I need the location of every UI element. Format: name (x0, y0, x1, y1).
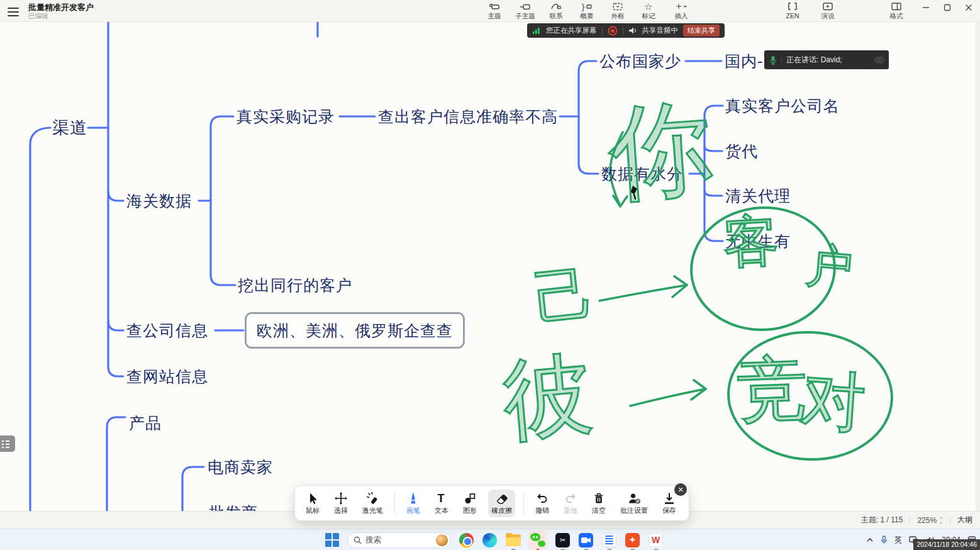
node-company-info[interactable]: 查公司信息 (126, 320, 208, 341)
taskbar-icon-wps[interactable]: W (648, 532, 664, 548)
svg-text:☆: ☆ (644, 1, 652, 12)
text-icon: T (435, 491, 448, 505)
divider (394, 492, 395, 515)
search-highlight-image[interactable] (436, 534, 448, 546)
taskbar-icon-edge[interactable] (482, 532, 498, 548)
pen-cursor-icon (628, 184, 643, 201)
shape-tool[interactable]: 图形 (460, 490, 480, 517)
node-freight-forwarder[interactable]: 货代 (725, 140, 758, 162)
ime-indicator[interactable]: 英 (894, 535, 902, 546)
undo-button[interactable]: 撤销 (532, 490, 552, 517)
save-status: 已编辑 (28, 12, 48, 21)
zen-button[interactable]: ZEN (780, 1, 805, 21)
marker-button[interactable]: ☆ 标记 (636, 1, 661, 21)
divider (781, 56, 782, 64)
relationship-button[interactable]: 联系 (543, 1, 569, 21)
signal-bars-icon (532, 26, 541, 35)
subtopic-button[interactable]: 子主题 (513, 1, 538, 21)
node-product[interactable]: 产品 (129, 412, 162, 434)
outline-panel-toggle[interactable] (0, 435, 15, 452)
format-panel-icon (890, 1, 903, 12)
mouse-tool[interactable]: 鼠标 (303, 490, 323, 517)
topic-button[interactable]: 主题 (482, 1, 507, 21)
search-placeholder: 搜索 (365, 535, 432, 546)
eraser-tool[interactable]: 橡皮擦 (488, 490, 515, 517)
node-low-accuracy[interactable]: 查出客户信息准确率不高 (378, 106, 558, 127)
brush-tool[interactable]: 画笔 (403, 490, 423, 517)
taskbar-icon-notes[interactable] (601, 532, 617, 548)
stop-share-button[interactable]: 结束共享 (683, 25, 720, 36)
node-ecom-sellers[interactable]: 电商卖家 (208, 456, 273, 478)
menu-icon[interactable] (6, 5, 20, 18)
node-fabricated[interactable]: 无中生有 (725, 230, 791, 252)
node-channel[interactable]: 渠道 (52, 117, 87, 138)
meeting-watermark-icon (877, 57, 884, 63)
ink-other-side: 彼 (499, 349, 596, 446)
outline-button[interactable]: 大纲 (957, 515, 972, 525)
divider (950, 517, 950, 524)
zoom-level: 225% (917, 516, 937, 525)
select-tool[interactable]: 选择 (331, 490, 351, 517)
node-purchase-records[interactable]: 真实采购记录 (237, 106, 335, 127)
node-customs-data[interactable]: 海关数据 (126, 190, 192, 211)
canvas-scrollbar[interactable] (976, 22, 980, 511)
node-wholesaler[interactable]: 批发商 (209, 502, 258, 511)
insert-icon (675, 1, 688, 12)
node-few-countries[interactable]: 公布国家少 (599, 50, 681, 72)
close-toolbar-button[interactable]: ✕ (674, 483, 687, 496)
taskbar: 搜索 ✂ ✦ W 英 20:04 (0, 529, 980, 550)
annotation-settings-button[interactable]: 批注设置 (617, 490, 651, 517)
format-button[interactable]: 格式 (884, 1, 909, 21)
node-inflated-data[interactable]: 数据有水分 (601, 163, 683, 184)
tray-mic-icon[interactable] (881, 536, 888, 544)
maximize-button[interactable] (942, 3, 952, 13)
node-clearance-agent[interactable]: 清关代理 (725, 185, 791, 206)
undo-icon (535, 491, 549, 505)
taskbar-icon-wechat[interactable] (528, 530, 547, 549)
record-icon[interactable] (608, 26, 618, 36)
download-icon (662, 491, 676, 505)
ink-competitor-2: 对 (799, 368, 868, 436)
taskbar-icon-orange-app[interactable]: ✦ (625, 532, 640, 548)
svg-text:T: T (438, 492, 445, 505)
zoom-stepper[interactable]: ⌃⌃ (939, 517, 943, 524)
topic-counter: 主题: 1 / 115 (861, 515, 903, 525)
ink-customer-2: 户 (805, 242, 855, 292)
tray-chevron-icon[interactable] (866, 537, 874, 543)
ribbon-right: ZEN 演说 (780, 1, 840, 21)
clear-button[interactable]: 清空 (589, 490, 609, 517)
text-tool[interactable]: T 文本 (432, 490, 452, 517)
close-button[interactable] (964, 3, 974, 13)
taskbar-icon-chrome[interactable] (459, 532, 474, 548)
taskbar-icon-capcut[interactable]: ✂ (555, 532, 571, 548)
node-website-info[interactable]: 查网站信息 (126, 366, 208, 387)
taskbar-search[interactable]: 搜索 (347, 532, 451, 548)
marker-icon: ☆ (642, 1, 655, 12)
annotation-toolbar: 鼠标 选择 激光笔 画笔 T 文本 图形 橡皮擦 撤销 (294, 485, 689, 521)
laser-pointer-icon (366, 491, 380, 505)
boundary-button[interactable]: 外框 (605, 1, 630, 21)
node-real-company-name[interactable]: 真实客户公司名 (725, 95, 840, 116)
taskbar-icon-meeting[interactable] (578, 532, 594, 548)
ink-arrow-right-1 (599, 285, 687, 301)
brush-icon (406, 491, 420, 505)
minimize-button[interactable] (921, 3, 931, 13)
mindmap-canvas[interactable]: 渠道 海关数据 真实采购记录 查出客户信息准确率不高 公布国家少 国内- 数据有… (0, 22, 980, 511)
taskbar-icon-explorer[interactable] (505, 532, 521, 548)
search-icon (354, 536, 362, 544)
ink-competitor-1: 竞 (736, 353, 809, 426)
window-controls (917, 0, 977, 15)
present-button[interactable]: 演说 (815, 1, 840, 21)
laser-tool[interactable]: 激光笔 (359, 490, 386, 517)
insert-button[interactable]: 插入 (667, 1, 696, 21)
node-peer-customers[interactable]: 挖出同行的客户 (238, 274, 352, 296)
move-icon (334, 491, 348, 505)
node-qichacha[interactable]: 欧洲、美洲、俄罗斯企查查 (245, 312, 465, 349)
recording-timestamp: 2024/11/18 20:04:46 (913, 539, 980, 550)
divider (623, 27, 623, 35)
node-domestic[interactable]: 国内- (725, 50, 763, 72)
speaker-icon (628, 26, 637, 35)
start-button[interactable] (324, 532, 340, 548)
speaking-toast: 正在讲话: David; (764, 50, 889, 69)
summary-button[interactable]: } 概要 (574, 1, 599, 21)
